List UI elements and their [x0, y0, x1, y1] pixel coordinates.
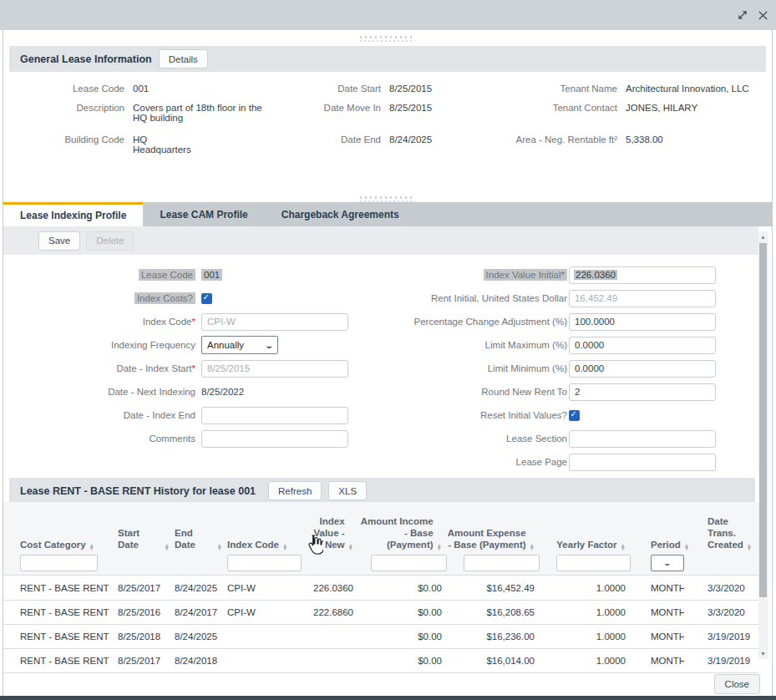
tab-lease-cam-profile[interactable]: Lease CAM Profile	[143, 202, 264, 226]
reset-initial-values-checkbox[interactable]	[569, 410, 580, 421]
col-amount-income: Amount Income - Base (Payment)▲▼	[358, 515, 447, 550]
col-start-date: Start Date▲▼	[118, 527, 175, 550]
form-field-index-value-initial: Index Value Initial* 226.0360	[385, 263, 736, 287]
limit-maximum-input[interactable]	[569, 337, 716, 354]
form-field-rent-initial: Rent Initial, United States Dollar	[385, 287, 736, 310]
sort-icon[interactable]: ▲▼	[437, 544, 442, 550]
form-toolbar: Save Delete	[3, 226, 758, 255]
filter-period-select[interactable]: ⌄	[651, 555, 684, 571]
form-field-round-new-rent-to: Round New Rent To	[385, 380, 736, 403]
index-value-initial-input[interactable]: 226.0360	[569, 266, 716, 284]
comments-input[interactable]	[201, 430, 348, 448]
sort-icon[interactable]: ▲▼	[282, 544, 287, 550]
pct-change-adjustment-input[interactable]	[569, 313, 716, 331]
form-field-reset-initial-values: Reset Initial Values?	[385, 403, 736, 427]
form-field-date-next-indexing: Date - Next Indexing 8/25/2022	[3, 380, 383, 403]
round-new-rent-to-input[interactable]	[569, 383, 716, 401]
index-code-input[interactable]	[201, 313, 348, 331]
expand-icon[interactable]	[736, 8, 749, 22]
field-date-end: Date End 8/24/2025	[279, 133, 479, 165]
field-description: Description Covers part of 18th floor in…	[20, 101, 279, 133]
col-index-code: Index Code▲▼	[227, 539, 308, 550]
window-titlebar	[0, 0, 776, 30]
chevron-down-icon: ⌄	[663, 559, 672, 567]
scrollbar-thumb[interactable]	[759, 243, 767, 597]
scroll-down-arrow-icon[interactable]: ▼	[758, 648, 768, 659]
indexing-frequency-select[interactable]: Annually ⌄	[201, 336, 278, 354]
form-field-comments: Comments	[3, 427, 383, 450]
tab-chargeback-agreements[interactable]: Chargeback Agreements	[265, 202, 416, 226]
form-field-lease-code: Lease Code 001	[3, 263, 383, 287]
form-field-date-index-start: Date - Index Start*	[3, 357, 383, 380]
close-icon[interactable]	[756, 8, 769, 22]
general-lease-info: Lease Code 001 Description Covers part o…	[3, 82, 755, 199]
table-row[interactable]: RENT - BASE RENT 8/25/2017 8/24/2018 $0.…	[3, 649, 758, 673]
form-field-limit-minimum: Limit Minimum (%)	[385, 357, 736, 380]
rent-history-header: Lease RENT - BASE RENT History for lease…	[9, 478, 755, 504]
filter-amount-income[interactable]	[371, 555, 447, 571]
sort-icon[interactable]: ▲▼	[348, 544, 353, 550]
tab-bar: Lease Indexing Profile Lease CAM Profile…	[3, 202, 772, 226]
form-field-index-code: Index Code*	[3, 310, 383, 333]
rent-history-table-header: Cost Category▲▼ Start Date▲▼ End Date▲▼ …	[3, 502, 758, 576]
col-index-value-new: Index Value - New▲▼	[308, 515, 358, 550]
filter-amount-expense[interactable]	[464, 555, 540, 571]
lease-page-input[interactable]	[569, 454, 716, 471]
form-field-lease-section: Lease Section	[385, 427, 736, 450]
form-field-index-costs: Index Costs?	[3, 287, 383, 310]
vertical-scrollbar[interactable]: ▲ ▼	[758, 231, 768, 659]
table-row[interactable]: RENT - BASE RENT 8/25/2018 8/24/2025 $0.…	[3, 625, 758, 649]
tab-lease-indexing-profile[interactable]: Lease Indexing Profile	[3, 202, 143, 226]
col-end-date: End Date▲▼	[175, 527, 227, 550]
field-date-start: Date Start 8/25/2015	[279, 82, 479, 101]
field-tenant-name: Tenant Name Architectural Innovation, LL…	[479, 82, 759, 101]
field-building-code: Building Code HQ Headquarters	[20, 133, 279, 165]
table-row[interactable]: RENT - BASE RENT 8/25/2017 8/24/2025 CPI…	[3, 576, 758, 601]
general-lease-title: General Lease Information	[20, 53, 152, 65]
rent-history-title: Lease RENT - BASE RENT History for lease…	[20, 485, 256, 497]
col-amount-expense: Amount Expense - Base (Payment)▲▼	[447, 527, 540, 550]
sort-icon[interactable]: ▲▼	[217, 544, 222, 550]
field-date-move-in: Date Move In 8/25/2015	[279, 101, 479, 133]
resize-handle[interactable]	[360, 36, 415, 43]
index-costs-checkbox[interactable]	[201, 293, 212, 304]
field-area-rentable: Area - Neg. Rentable ft² 5,338.00	[479, 133, 759, 165]
table-row[interactable]: RENT - BASE RENT 8/25/2016 8/24/2017 CPI…	[3, 601, 758, 625]
refresh-button[interactable]: Refresh	[268, 481, 322, 500]
form-field-date-index-end: Date - Index End	[3, 403, 383, 427]
filter-cost-category[interactable]	[20, 555, 98, 571]
scroll-up-arrow-icon[interactable]: ▲	[758, 231, 768, 242]
date-index-start-input[interactable]	[201, 360, 348, 378]
dialog-frame: General Lease Information Details Lease …	[3, 30, 773, 700]
col-yearly-factor: Yearly Factor▲▼	[540, 539, 631, 550]
dialog-bottom-edge	[0, 696, 776, 700]
col-date-trans-created: Date Trans. Created▲▼	[684, 515, 751, 550]
close-button[interactable]: Close	[714, 674, 760, 694]
form-field-pct-change-adjustment: Percentage Change Adjustment (%)	[385, 310, 736, 333]
col-cost-category: Cost Category▲▼	[20, 539, 118, 550]
form-field-limit-maximum: Limit Maximum (%)	[385, 333, 736, 357]
sort-icon[interactable]: ▲▼	[165, 544, 170, 550]
sort-icon[interactable]: ▲▼	[89, 544, 94, 550]
date-index-end-input[interactable]	[201, 407, 348, 424]
filter-yearly-factor[interactable]	[556, 555, 631, 571]
sort-icon[interactable]: ▲▼	[530, 544, 535, 550]
lease-section-input[interactable]	[569, 430, 716, 448]
lease-indexing-form: Lease Code 001 Index Costs? Index Code* …	[3, 255, 758, 478]
sort-icon[interactable]: ▲▼	[621, 544, 626, 550]
sort-icon[interactable]: ▲▼	[747, 544, 752, 550]
rent-initial-input[interactable]	[569, 290, 716, 307]
filter-index-code[interactable]	[227, 555, 302, 571]
field-lease-code: Lease Code 001	[20, 82, 279, 101]
form-field-indexing-frequency: Indexing Frequency Annually ⌄	[3, 333, 383, 357]
limit-minimum-input[interactable]	[569, 360, 716, 378]
delete-button: Delete	[86, 231, 134, 251]
xls-button[interactable]: XLS	[328, 481, 367, 500]
chevron-down-icon: ⌄	[264, 341, 274, 350]
form-field-lease-page: Lease Page	[385, 450, 736, 474]
col-period: Period▲▼	[631, 539, 684, 550]
general-lease-header: General Lease Information Details	[9, 46, 766, 72]
save-button[interactable]: Save	[38, 231, 80, 251]
field-tenant-contact: Tenant Contact JONES, HILARY	[479, 101, 759, 133]
details-button[interactable]: Details	[159, 49, 208, 68]
